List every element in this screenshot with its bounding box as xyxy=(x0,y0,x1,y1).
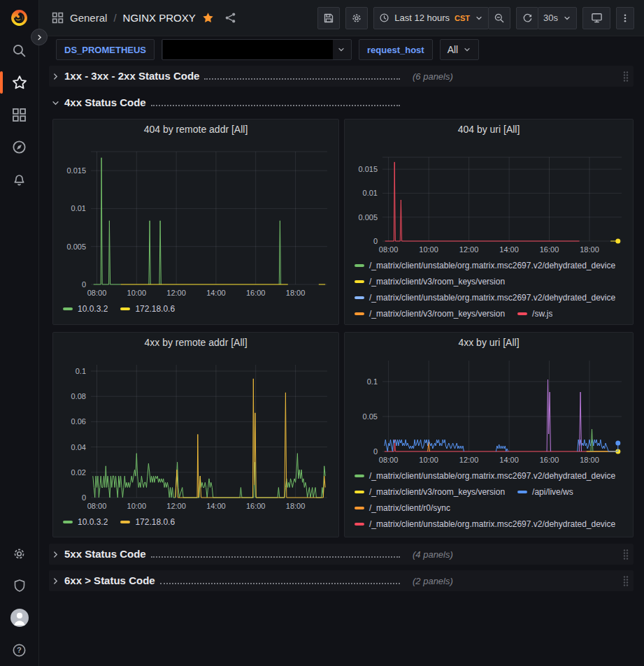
save-dashboard-button[interactable] xyxy=(317,7,340,29)
help-icon: ? xyxy=(12,643,27,658)
legend-item[interactable]: /_matrix/client/r0/sync xyxy=(355,502,450,514)
panel-title[interactable]: 404 by remote addr [All] xyxy=(59,120,333,139)
svg-text:14:00: 14:00 xyxy=(499,456,519,464)
dashboard-content: 1xx - 3xx - 2xx Status Code (6 panels) 4… xyxy=(39,63,644,591)
legend-item[interactable]: /_matrix/client/v3/room_keys/version xyxy=(355,486,505,498)
svg-text:0.015: 0.015 xyxy=(66,166,86,175)
legend-item[interactable]: /_matrix/client/v3/room_keys/version xyxy=(355,276,505,287)
legend-item[interactable]: /api/live/ws xyxy=(517,486,573,498)
timeseries-chart[interactable]: 08:0010:0012:0014:0016:0018:0000.0050.01… xyxy=(350,152,627,256)
request-host-variable-label[interactable]: request_host xyxy=(359,39,433,60)
favorite-star-icon[interactable] xyxy=(202,12,214,24)
dotted-leader xyxy=(160,583,400,584)
grafana-logo[interactable] xyxy=(10,8,29,30)
sidebar-expand-toggle[interactable] xyxy=(31,29,48,45)
zoom-out-button[interactable] xyxy=(488,7,510,29)
panel-404-by-remote-addr: 404 by remote addr [All] 08:0010:0012:00… xyxy=(52,119,339,325)
legend-label: /_matrix/client/unstable/org.matrix.msc2… xyxy=(369,260,615,271)
legend-item[interactable]: /_matrix/client/v3/room_keys/version xyxy=(355,308,505,319)
row-header-4xx[interactable]: 4xx Status Code xyxy=(49,92,634,113)
svg-text:0.05: 0.05 xyxy=(363,412,378,421)
dotted-leader xyxy=(151,105,400,106)
panel-title[interactable]: 4xx by uri [All] xyxy=(350,333,627,352)
row-drag-handle[interactable] xyxy=(622,575,629,587)
legend-swatch xyxy=(120,307,130,310)
breadcrumb-section[interactable]: General xyxy=(70,12,107,24)
legend-item[interactable]: 172.18.0.6 xyxy=(120,516,175,528)
legend-item[interactable]: /_matrix/client/unstable/org.matrix.msc2… xyxy=(355,519,615,530)
share-icon[interactable] xyxy=(224,12,236,24)
refresh-button[interactable] xyxy=(516,7,538,29)
timeseries-chart[interactable]: 08:0010:0012:0014:0016:0018:0000.050.1 xyxy=(350,355,627,467)
row-header-6xx[interactable]: 6xx > Status Code (2 panels) xyxy=(49,570,634,591)
sidebar-item-explore[interactable] xyxy=(0,131,39,163)
svg-text:12:00: 12:00 xyxy=(166,289,186,297)
svg-text:18:00: 18:00 xyxy=(580,456,599,464)
legend-item[interactable]: 10.0.3.2 xyxy=(63,303,108,314)
zoom-out-icon xyxy=(494,13,505,24)
refresh-interval-value: 30s xyxy=(543,13,558,23)
sidebar-item-help[interactable]: ? xyxy=(0,634,39,666)
svg-text:12:00: 12:00 xyxy=(166,502,186,510)
legend-swatch xyxy=(355,507,364,509)
time-range-picker[interactable]: Last 12 hours CST xyxy=(373,7,489,29)
legend-swatch xyxy=(355,280,364,283)
dashboard-settings-button[interactable] xyxy=(345,7,368,29)
sidebar-item-starred[interactable] xyxy=(0,66,39,99)
sidebar-item-alerting[interactable] xyxy=(0,163,39,195)
legend-swatch xyxy=(355,264,364,267)
monitor-icon xyxy=(591,12,603,24)
dashboard-title[interactable]: NGINX PROXY xyxy=(123,12,196,24)
legend-label: /_matrix/client/unstable/org.matrix.msc2… xyxy=(369,292,615,303)
legend-label: /_matrix/client/v3/room_keys/version xyxy=(369,276,505,287)
svg-text:08:00: 08:00 xyxy=(87,289,107,297)
row-drag-handle[interactable] xyxy=(622,549,629,560)
row-header-5xx[interactable]: 5xx Status Code (4 panels) xyxy=(49,544,634,565)
panel-legend: /_matrix/client/unstable/org.matrix.msc2… xyxy=(350,256,627,324)
panel-title[interactable]: 404 by uri [All] xyxy=(350,120,627,139)
panel-title[interactable]: 4xx by remote addr [All] xyxy=(59,333,333,352)
legend-item[interactable]: /_matrix/client/unstable/org.matrix.msc2… xyxy=(355,470,615,482)
legend-item[interactable]: 172.18.0.6 xyxy=(120,303,175,314)
dashboard-topbar: General / NGINX PROXY xyxy=(39,0,644,36)
cycle-view-mode-button[interactable] xyxy=(582,7,610,29)
legend-item[interactable]: /_matrix/client/unstable/org.matrix.msc2… xyxy=(355,292,615,303)
gear-icon xyxy=(12,546,27,561)
svg-text:08:00: 08:00 xyxy=(379,456,399,464)
svg-text:0: 0 xyxy=(82,280,86,289)
svg-text:0.02: 0.02 xyxy=(71,468,86,477)
request-host-selected: All xyxy=(448,44,459,55)
legend-item[interactable]: 10.0.3.2 xyxy=(63,516,108,528)
sidebar-item-dashboards[interactable] xyxy=(0,99,39,131)
dotted-leader xyxy=(204,78,400,80)
sidebar-item-server-admin[interactable] xyxy=(0,570,39,602)
kebab-menu-button[interactable] xyxy=(616,7,634,29)
chevron-down-icon xyxy=(463,45,471,54)
refresh-interval-dropdown[interactable]: 30s xyxy=(538,7,577,29)
row-header-1xx-3xx-2xx[interactable]: 1xx - 3xx - 2xx Status Code (6 panels) xyxy=(49,66,634,87)
legend-swatch xyxy=(63,307,73,310)
chevron-down-icon xyxy=(52,99,59,107)
legend-item[interactable]: /_matrix/client/unstable/org.matrix.msc2… xyxy=(355,260,615,271)
svg-text:0.1: 0.1 xyxy=(76,367,86,375)
svg-text:10:00: 10:00 xyxy=(127,502,147,510)
timeseries-chart[interactable]: 08:0010:0012:0014:0016:0018:0000.020.040… xyxy=(59,359,333,513)
breadcrumb-separator: / xyxy=(113,12,116,24)
datasource-variable-label[interactable]: DS_PROMETHEUS xyxy=(56,39,155,60)
request-host-variable-value[interactable]: All xyxy=(440,39,480,60)
svg-text:0: 0 xyxy=(373,447,378,456)
sidebar-item-profile[interactable] xyxy=(0,602,39,634)
panel-404-by-uri: 404 by uri [All] 08:0010:0012:0014:0016:… xyxy=(344,119,634,325)
refresh-controls: 30s xyxy=(516,7,577,29)
sidebar-item-configuration[interactable] xyxy=(0,537,39,570)
time-range-label: Last 12 hours xyxy=(394,13,450,23)
row-title-group: 6xx > Status Code xyxy=(64,574,401,587)
svg-text:12:00: 12:00 xyxy=(459,456,479,464)
time-controls: Last 12 hours CST xyxy=(373,7,510,29)
timeseries-chart[interactable]: 08:0010:0012:0014:0016:0018:0000.0050.01… xyxy=(59,146,333,300)
refresh-icon xyxy=(522,13,533,23)
legend-item[interactable]: /sw.js xyxy=(517,308,552,319)
datasource-variable-select[interactable] xyxy=(162,39,352,60)
svg-text:14:00: 14:00 xyxy=(499,245,519,254)
row-drag-handle[interactable] xyxy=(622,71,629,82)
